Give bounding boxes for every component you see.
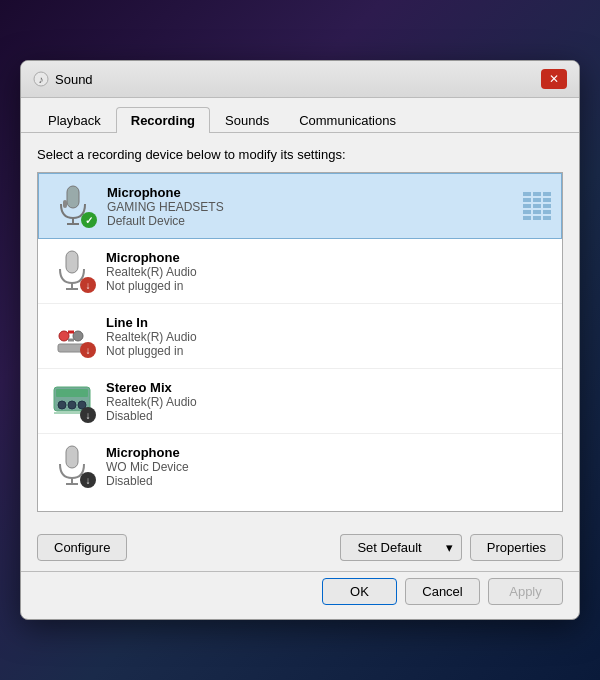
device-item[interactable]: ↓ Line In Realtek(R) Audio Not plugged i… <box>38 304 562 369</box>
configure-button[interactable]: Configure <box>37 534 127 561</box>
device-status: Disabled <box>106 474 552 488</box>
device-info: Microphone GAMING HEADSETS Default Devic… <box>107 185 513 228</box>
device-name: Microphone <box>106 250 552 265</box>
svg-point-10 <box>73 331 83 341</box>
tab-bar: Playback Recording Sounds Communications <box>21 98 579 133</box>
svg-rect-20 <box>66 446 78 468</box>
status-icon-dark: ↓ <box>80 472 96 488</box>
svg-point-17 <box>68 401 76 409</box>
device-info: Line In Realtek(R) Audio Not plugged in <box>106 315 552 358</box>
device-status: Not plugged in <box>106 344 552 358</box>
status-icon-dark: ↓ <box>80 407 96 423</box>
device-info: Microphone Realtek(R) Audio Not plugged … <box>106 250 552 293</box>
apply-button[interactable]: Apply <box>488 578 563 605</box>
configure-row: Configure Set Default ▾ Properties <box>21 526 579 571</box>
status-icon-green: ✓ <box>81 212 97 228</box>
svg-point-16 <box>58 401 66 409</box>
device-sub: WO Mic Device <box>106 460 552 474</box>
cancel-button[interactable]: Cancel <box>405 578 480 605</box>
tab-recording[interactable]: Recording <box>116 107 210 133</box>
window-title: Sound <box>55 72 93 87</box>
close-button[interactable]: ✕ <box>541 69 567 89</box>
svg-point-9 <box>59 331 69 341</box>
action-buttons: OK Cancel Apply <box>21 572 579 619</box>
device-sub: Realtek(R) Audio <box>106 330 552 344</box>
description-text: Select a recording device below to modif… <box>37 147 563 162</box>
device-name: Microphone <box>106 445 552 460</box>
device-info: Microphone WO Mic Device Disabled <box>106 445 552 488</box>
device-item[interactable]: ↓ Microphone WO Mic Device Disabled <box>38 434 562 498</box>
set-default-arrow[interactable]: ▾ <box>438 534 462 561</box>
device-icon-linein: ↓ <box>48 312 96 360</box>
device-sub: Realtek(R) Audio <box>106 265 552 279</box>
tab-playback[interactable]: Playback <box>33 107 116 133</box>
device-icon-mic-realtek: ↓ <box>48 247 96 295</box>
device-icon-gaming-mic: ✓ <box>49 182 97 230</box>
ok-button[interactable]: OK <box>322 578 397 605</box>
device-status: Disabled <box>106 409 552 423</box>
device-name: Microphone <box>107 185 513 200</box>
device-name: Line In <box>106 315 552 330</box>
device-item[interactable]: ✓ Microphone GAMING HEADSETS Default Dev… <box>38 173 562 239</box>
device-list: ✓ Microphone GAMING HEADSETS Default Dev… <box>37 172 563 512</box>
tab-sounds[interactable]: Sounds <box>210 107 284 133</box>
content-area: Select a recording device below to modif… <box>21 133 579 526</box>
device-status: Default Device <box>107 214 513 228</box>
svg-text:♪: ♪ <box>39 74 44 85</box>
device-sub: GAMING HEADSETS <box>107 200 513 214</box>
tab-communications[interactable]: Communications <box>284 107 411 133</box>
svg-rect-2 <box>67 186 79 208</box>
device-sub: Realtek(R) Audio <box>106 395 552 409</box>
set-default-group: Set Default ▾ <box>340 534 461 561</box>
set-default-button[interactable]: Set Default <box>340 534 437 561</box>
status-icon-red: ↓ <box>80 342 96 358</box>
svg-rect-6 <box>66 251 78 273</box>
device-icon-stereo: ↓ <box>48 377 96 425</box>
device-status: Not plugged in <box>106 279 552 293</box>
device-name: Stereo Mix <box>106 380 552 395</box>
device-item[interactable]: ↓ Microphone Realtek(R) Audio Not plugge… <box>38 239 562 304</box>
level-indicator <box>523 192 551 220</box>
svg-rect-5 <box>63 200 67 208</box>
sound-dialog: ♪ Sound ✕ Playback Recording Sounds Comm… <box>20 60 580 620</box>
title-bar: ♪ Sound ✕ <box>21 61 579 98</box>
sound-icon: ♪ <box>33 71 49 87</box>
device-icon-wo-mic: ↓ <box>48 442 96 490</box>
device-info: Stereo Mix Realtek(R) Audio Disabled <box>106 380 552 423</box>
device-item[interactable]: ↓ Stereo Mix Realtek(R) Audio Disabled <box>38 369 562 434</box>
svg-rect-15 <box>56 389 88 397</box>
status-icon-red: ↓ <box>80 277 96 293</box>
properties-button[interactable]: Properties <box>470 534 563 561</box>
